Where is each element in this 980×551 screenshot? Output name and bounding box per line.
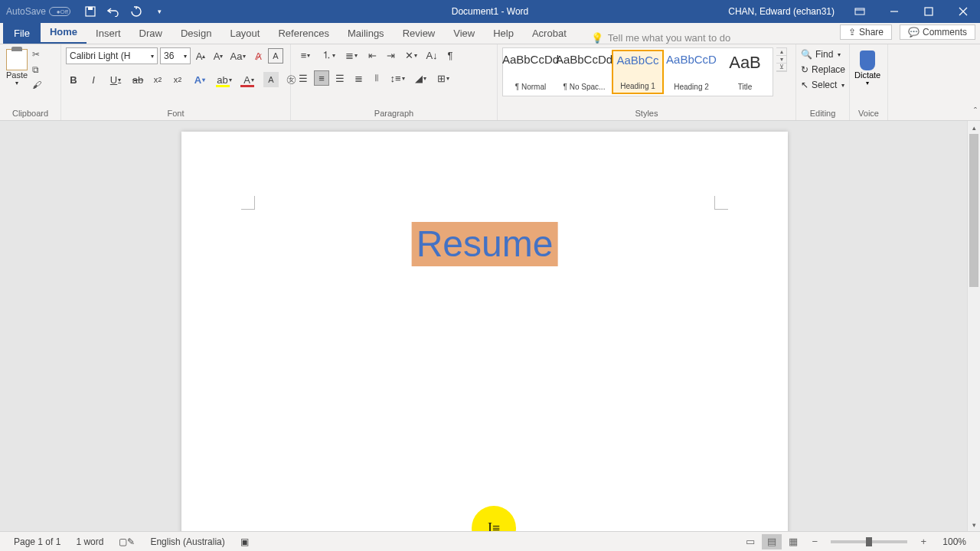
grow-font-button[interactable]: A▴	[193, 48, 208, 64]
bold-button[interactable]: B	[66, 72, 81, 87]
macro-icon[interactable]: ▣	[233, 536, 256, 547]
autosave-toggle[interactable]: AutoSave ● Off	[0, 6, 77, 17]
styles-down-icon[interactable]: ▾	[776, 56, 786, 64]
web-layout-button[interactable]: ▦	[783, 534, 803, 549]
align-right-button[interactable]: ☰	[332, 70, 348, 86]
font-color-button[interactable]: A▾	[239, 72, 259, 87]
page-number[interactable]: Page 1 of 1	[6, 536, 68, 547]
shrink-font-button[interactable]: A▾	[211, 48, 226, 64]
align-center-button[interactable]: ≡	[314, 70, 329, 86]
show-marks-button[interactable]: ¶	[443, 47, 458, 63]
change-case-button[interactable]: Aa▾	[228, 48, 248, 64]
increase-indent-button[interactable]: ⇥	[383, 47, 398, 63]
shading-button[interactable]: ◢▾	[410, 70, 430, 86]
justify-button[interactable]: ≣	[351, 70, 366, 86]
dictate-button[interactable]: Dictate ▾	[854, 47, 880, 86]
font-name-combo[interactable]: Calibri Light (H▾	[66, 47, 158, 64]
highlight-color-button[interactable]: ab▾	[214, 72, 234, 87]
distributed-button[interactable]: ⫴	[369, 70, 384, 86]
clear-formatting-button[interactable]: A̷	[250, 48, 266, 64]
styles-up-icon[interactable]: ▴	[776, 48, 786, 56]
styles-gallery-scroll[interactable]: ▴▾⊻	[776, 47, 787, 72]
ribbon-display-icon[interactable]	[842, 0, 877, 23]
zoom-level[interactable]: 100%	[935, 536, 974, 547]
print-layout-button[interactable]: ▤	[762, 534, 782, 549]
zoom-slider[interactable]	[831, 540, 907, 543]
decrease-indent-button[interactable]: ⇤	[364, 47, 380, 63]
undo-icon[interactable]	[107, 5, 119, 18]
superscript-button[interactable]: x2	[170, 72, 185, 87]
qat-customize-icon[interactable]: ▾	[153, 5, 165, 18]
styles-more-icon[interactable]: ⊻	[776, 64, 786, 71]
style-normal[interactable]: AaBbCcDd¶ Normal	[505, 50, 557, 94]
asian-layout-button[interactable]: ✕▾	[401, 47, 421, 63]
character-border-button[interactable]: A	[268, 48, 283, 64]
comments-button[interactable]: 💬Comments	[900, 24, 975, 40]
minimize-button[interactable]	[877, 0, 911, 23]
character-shading-button[interactable]: A	[263, 72, 279, 87]
style-heading-2[interactable]: AaBbCcDHeading 2	[665, 50, 717, 94]
tab-mailings[interactable]: Mailings	[338, 24, 394, 44]
font-size-combo[interactable]: 36▾	[160, 47, 191, 64]
styles-gallery: AaBbCcDd¶ Normal AaBbCcDd¶ No Spac... Aa…	[502, 47, 773, 96]
vertical-scrollbar[interactable]: ▴ ▾	[967, 121, 980, 531]
subscript-button[interactable]: x2	[150, 72, 165, 87]
tab-file[interactable]: File	[3, 23, 41, 44]
style-no-spacing[interactable]: AaBbCcDd¶ No Spac...	[558, 50, 610, 94]
zoom-thumb[interactable]	[866, 537, 872, 546]
heading-text-selected[interactable]: Resume	[412, 222, 558, 266]
scroll-down-icon[interactable]: ▾	[968, 518, 980, 531]
find-button[interactable]: 🔍Find▾	[801, 47, 841, 61]
paste-button[interactable]: Paste ▾	[5, 47, 29, 88]
close-button[interactable]	[946, 0, 980, 23]
tab-help[interactable]: Help	[484, 24, 523, 44]
tab-acrobat[interactable]: Acrobat	[523, 24, 576, 44]
zoom-in-button[interactable]: +	[913, 534, 933, 549]
tab-references[interactable]: References	[269, 24, 338, 44]
share-button[interactable]: ⇪Share	[840, 24, 892, 40]
line-spacing-button[interactable]: ↕≡▾	[387, 70, 407, 86]
tab-insert[interactable]: Insert	[87, 24, 130, 44]
zoom-out-button[interactable]: −	[805, 534, 825, 549]
scroll-thumb[interactable]	[969, 134, 978, 287]
scroll-up-icon[interactable]: ▴	[968, 121, 980, 134]
tab-review[interactable]: Review	[394, 24, 445, 44]
replace-button[interactable]: ↻Replace	[801, 63, 845, 77]
margin-corner-tr	[714, 196, 728, 210]
multilevel-list-button[interactable]: ≣▾	[341, 47, 361, 63]
tab-design[interactable]: Design	[172, 24, 220, 44]
tab-layout[interactable]: Layout	[220, 24, 269, 44]
format-painter-icon[interactable]: 🖌	[32, 80, 46, 92]
underline-button[interactable]: U▾	[106, 72, 126, 87]
numbering-button[interactable]: ⒈▾	[318, 47, 338, 63]
read-mode-button[interactable]: ▭	[740, 534, 760, 549]
user-name[interactable]: CHAN, Edward (echan31)	[728, 6, 842, 17]
tab-view[interactable]: View	[444, 24, 484, 44]
group-label-clipboard: Clipboard	[5, 107, 56, 120]
save-icon[interactable]	[84, 5, 96, 18]
strikethrough-button[interactable]: ab	[130, 72, 145, 87]
tab-draw[interactable]: Draw	[130, 24, 172, 44]
autosave-switch[interactable]: ● Off	[49, 7, 70, 16]
word-count[interactable]: 1 word	[68, 536, 111, 547]
bullets-button[interactable]: ≡▾	[296, 47, 315, 63]
select-button[interactable]: ↖Select▾	[801, 78, 844, 92]
align-left-button[interactable]: ☰	[296, 70, 311, 86]
tell-me-search[interactable]: 💡 Tell me what you want to do	[591, 32, 730, 44]
text-effects-button[interactable]: A▾	[190, 72, 210, 87]
collapse-ribbon-icon[interactable]: ˆ	[974, 106, 977, 117]
maximize-button[interactable]	[911, 0, 946, 23]
page[interactable]: Resume	[181, 132, 788, 531]
copy-icon[interactable]: ⧉	[32, 64, 46, 77]
cut-icon[interactable]: ✂	[32, 49, 46, 61]
style-heading-1[interactable]: AaBbCcHeading 1	[612, 50, 664, 94]
borders-button[interactable]: ⊞▾	[433, 70, 453, 86]
language[interactable]: English (Australia)	[142, 536, 232, 547]
redo-icon[interactable]	[130, 5, 142, 18]
italic-button[interactable]: I	[86, 72, 101, 87]
spell-check-icon[interactable]: ▢✎	[111, 536, 142, 547]
tab-home[interactable]: Home	[41, 22, 87, 44]
style-title[interactable]: AaBTitle	[719, 50, 771, 94]
sort-button[interactable]: A↓	[424, 47, 439, 63]
group-font: Calibri Light (H▾ 36▾ A▴ A▾ Aa▾ A̷ A B I…	[61, 44, 291, 120]
